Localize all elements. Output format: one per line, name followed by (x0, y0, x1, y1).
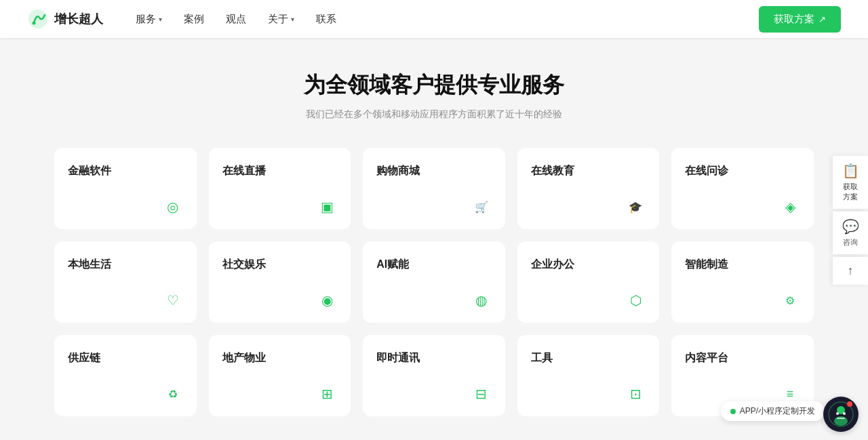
service-card-finance[interactable]: 金融软件 (54, 148, 197, 229)
service-icon-msg (471, 384, 492, 404)
main-content: 为全领域客户提供专业服务 我们已经在多个领域和移动应用程序方面积累了近十年的经验… (0, 38, 868, 440)
floating-consult-label: 咨询 (843, 237, 858, 247)
service-card-supply[interactable]: 供应链 (54, 335, 197, 416)
nav-item-service[interactable]: 服务 ▾ (136, 13, 162, 26)
service-title-mfg: 智能制造 (685, 258, 800, 272)
service-title-realty: 地产物业 (222, 351, 338, 365)
svg-point-1 (33, 22, 36, 25)
floating-sidebar: 📋 获取 方案 💬 咨询 ↑ (833, 156, 868, 285)
get-plan-label: 获取方案 (774, 13, 814, 26)
service-card-live[interactable]: 在线直播 (209, 148, 351, 229)
nav-item-cases[interactable]: 案例 (184, 13, 204, 26)
service-icon-realty (317, 384, 337, 404)
service-title-consult: 在线问诊 (685, 164, 800, 178)
service-icon-office (625, 290, 646, 311)
service-card-consult[interactable]: 在线问诊 (671, 148, 814, 229)
service-card-social[interactable]: 社交娱乐 (209, 241, 351, 323)
service-icon-consult (780, 197, 800, 217)
services-grid: 金融软件 在线直播 购物商城 在线教育 在线问诊 本地生活 社交娱乐 AI赋能 … (54, 148, 814, 416)
service-title-content: 内容平台 (685, 351, 800, 365)
nav-item-contact[interactable]: 联系 (316, 13, 336, 26)
get-plan-button[interactable]: 获取方案 ↗ (759, 6, 841, 33)
service-icon-live (317, 197, 337, 217)
svg-point-0 (28, 9, 47, 28)
service-title-finance: 金融软件 (68, 164, 183, 178)
page-title: 为全领域客户提供专业服务 (54, 71, 814, 100)
service-card-edu[interactable]: 在线教育 (517, 148, 660, 229)
chat-icon: 💬 (842, 218, 859, 235)
svg-point-6 (836, 412, 839, 415)
service-card-realty[interactable]: 地产物业 (209, 335, 351, 416)
service-card-shop[interactable]: 购物商城 (363, 148, 505, 229)
page-subtitle: 我们已经在多个领域和移动应用程序方面积累了近十年的经验 (54, 108, 814, 121)
service-title-shop: 购物商城 (376, 164, 492, 178)
service-title-social: 社交娱乐 (222, 258, 338, 272)
chat-widget-label: APP/小程序定制开发 (740, 405, 815, 417)
service-icon-mfg (780, 290, 800, 311)
service-icon-local (163, 290, 183, 311)
service-icon-tool (625, 384, 646, 404)
service-card-msg[interactable]: 即时通讯 (363, 335, 505, 416)
nav-item-views[interactable]: 观点 (226, 13, 246, 26)
floating-get-plan-button[interactable]: 📋 获取 方案 (833, 156, 868, 209)
status-dot (730, 409, 736, 414)
arrow-up-icon: ↑ (848, 264, 854, 278)
floating-consult-button[interactable]: 💬 咨询 (833, 212, 868, 254)
service-card-ai[interactable]: AI赋能 (363, 241, 505, 323)
chevron-down-icon-2: ▾ (291, 16, 294, 23)
service-icon-finance (163, 197, 183, 217)
svg-rect-8 (837, 418, 845, 419)
service-title-office: 企业办公 (531, 258, 646, 272)
service-title-msg: 即时通讯 (376, 351, 492, 365)
svg-point-9 (847, 401, 852, 407)
service-title-live: 在线直播 (222, 164, 338, 178)
svg-point-7 (843, 412, 846, 415)
service-icon-shop (471, 197, 492, 217)
chat-widget[interactable]: APP/小程序定制开发 (721, 401, 825, 421)
nav-item-about[interactable]: 关于 ▾ (268, 13, 294, 26)
service-icon-social (317, 290, 337, 311)
chat-avatar[interactable] (823, 397, 859, 432)
service-card-local[interactable]: 本地生活 (54, 241, 197, 323)
floating-get-plan-label: 获取 方案 (843, 182, 858, 202)
navbar: 增长超人 服务 ▾ 案例 观点 关于 ▾ 联系 获取方案 ↗ (0, 0, 868, 38)
document-icon: 📋 (842, 163, 859, 179)
service-card-mfg[interactable]: 智能制造 (671, 241, 814, 323)
service-title-edu: 在线教育 (531, 164, 646, 178)
service-icon-edu (625, 197, 646, 217)
logo-text: 增长超人 (54, 11, 103, 27)
scroll-top-button[interactable]: ↑ (833, 257, 868, 285)
service-title-tool: 工具 (531, 351, 646, 365)
external-link-icon: ↗ (818, 14, 826, 24)
service-title-supply: 供应链 (68, 351, 183, 365)
nav-links: 服务 ▾ 案例 观点 关于 ▾ 联系 (136, 13, 336, 26)
service-title-ai: AI赋能 (376, 258, 492, 272)
logo[interactable]: 增长超人 (27, 8, 103, 30)
service-icon-supply (163, 384, 183, 404)
service-card-tool[interactable]: 工具 (517, 335, 660, 416)
service-icon-ai (471, 290, 492, 311)
chevron-down-icon: ▾ (159, 16, 162, 23)
service-card-office[interactable]: 企业办公 (517, 241, 660, 323)
service-title-local: 本地生活 (68, 258, 183, 272)
